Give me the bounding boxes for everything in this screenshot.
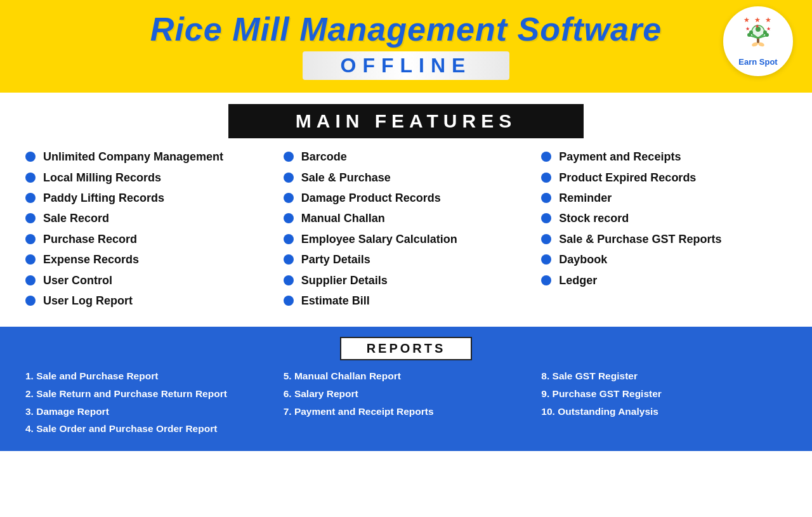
bullet-icon — [541, 254, 551, 265]
list-item: Estimate Bill — [284, 294, 529, 308]
list-item: Damage Product Records — [284, 191, 529, 206]
list-item: Employee Salary Calculation — [284, 232, 529, 247]
report-item: 8. Sale GST Register — [541, 369, 787, 383]
list-item: User Control — [25, 273, 271, 288]
report-item: 4. Sale Order and Purchase Order Report — [25, 422, 271, 436]
bullet-icon — [284, 234, 294, 244]
logo: ★ ★ ★ — [723, 6, 793, 76]
bullet-icon — [284, 173, 294, 183]
list-item: Daybook — [541, 252, 787, 267]
logo-icon: ★ ★ ★ — [742, 24, 774, 55]
report-item: 3. Damage Report — [25, 405, 271, 419]
main-features-title: MAIN FEATURES — [296, 110, 516, 131]
list-item: Party Details — [284, 252, 529, 267]
list-item: Product Expired Records — [541, 171, 787, 185]
report-item: 5. Manual Challan Report — [284, 369, 529, 383]
bullet-icon — [541, 152, 551, 162]
reports-title-wrap: REPORTS — [25, 337, 787, 360]
list-item: Stock record — [541, 211, 787, 226]
list-item: Sale & Purchase — [284, 171, 529, 185]
report-item: 1. Sale and Purchase Report — [25, 369, 271, 383]
list-item: User Log Report — [25, 294, 271, 308]
list-item: Sale Record — [25, 211, 271, 226]
svg-text:★: ★ — [745, 26, 750, 32]
bullet-icon — [541, 173, 551, 183]
list-item: Expense Records — [25, 252, 271, 267]
report-item: 2. Sale Return and Purchase Return Repor… — [25, 387, 271, 401]
logo-stars: ★ ★ ★ — [743, 16, 773, 24]
list-item: Purchase Record — [25, 232, 271, 247]
list-item: Manual Challan — [284, 211, 529, 226]
reports-grid: 1. Sale and Purchase Report 2. Sale Retu… — [25, 369, 787, 440]
list-item: Payment and Receipts — [541, 150, 787, 164]
list-item: Paddy Lifting Records — [25, 191, 271, 206]
header: Rice Mill Management Software OFFLINE ★ … — [0, 0, 812, 93]
features-col-2: Barcode Sale & Purchase Damage Product R… — [284, 150, 529, 314]
bullet-icon — [25, 213, 36, 223]
svg-point-7 — [747, 33, 751, 37]
report-item: 9. Purchase GST Register — [541, 387, 787, 401]
features-grid: Unlimited Company Management Local Milli… — [25, 150, 787, 314]
reports-title: REPORTS — [367, 341, 446, 355]
main-features-section: MAIN FEATURES Unlimited Company Manageme… — [0, 93, 812, 322]
list-item: Supplier Details — [284, 273, 529, 288]
svg-text:★: ★ — [755, 24, 759, 29]
main-features-title-wrap: MAIN FEATURES — [228, 104, 584, 138]
reports-col-1: 1. Sale and Purchase Report 2. Sale Retu… — [25, 369, 271, 440]
svg-point-9 — [765, 33, 769, 37]
logo-text: Earn Spot — [738, 57, 777, 67]
list-item: Reminder — [541, 191, 787, 206]
bullet-icon — [25, 275, 36, 285]
bullet-icon — [284, 193, 294, 203]
bullet-icon — [25, 173, 36, 183]
bullet-icon — [25, 254, 36, 265]
bullet-icon — [25, 193, 36, 203]
bullet-icon — [284, 296, 294, 306]
features-col-3: Payment and Receipts Product Expired Rec… — [541, 150, 787, 314]
bullet-icon — [541, 213, 551, 223]
list-item: Sale & Purchase GST Reports — [541, 232, 787, 247]
reports-section: REPORTS 1. Sale and Purchase Report 2. S… — [0, 327, 812, 451]
bullet-icon — [541, 193, 551, 203]
bullet-icon — [284, 254, 294, 265]
header-subtitle-wrap: OFFLINE — [303, 51, 510, 80]
bullet-icon — [25, 152, 36, 162]
bullet-icon — [541, 234, 551, 244]
header-subtitle: OFFLINE — [341, 54, 472, 77]
list-item: Unlimited Company Management — [25, 150, 271, 164]
reports-col-2: 5. Manual Challan Report 6. Salary Repor… — [284, 369, 529, 440]
bullet-icon — [284, 275, 294, 285]
header-title: Rice Mill Management Software — [150, 11, 662, 48]
list-item: Barcode — [284, 150, 529, 164]
reports-title-box: REPORTS — [340, 337, 473, 360]
list-item: Local Milling Records — [25, 171, 271, 185]
bullet-icon — [541, 275, 551, 285]
report-item: 6. Salary Report — [284, 387, 529, 401]
report-item: 7. Payment and Receipt Reports — [284, 405, 529, 419]
bullet-icon — [284, 152, 294, 162]
list-item: Ledger — [541, 273, 787, 288]
report-item: 10. Outstanding Analysis — [541, 405, 787, 419]
features-col-1: Unlimited Company Management Local Milli… — [25, 150, 271, 314]
bullet-icon — [25, 296, 36, 306]
bullet-icon — [25, 234, 36, 244]
reports-col-3: 8. Sale GST Register 9. Purchase GST Reg… — [541, 369, 787, 440]
svg-text:★: ★ — [766, 26, 771, 32]
bullet-icon — [284, 213, 294, 223]
